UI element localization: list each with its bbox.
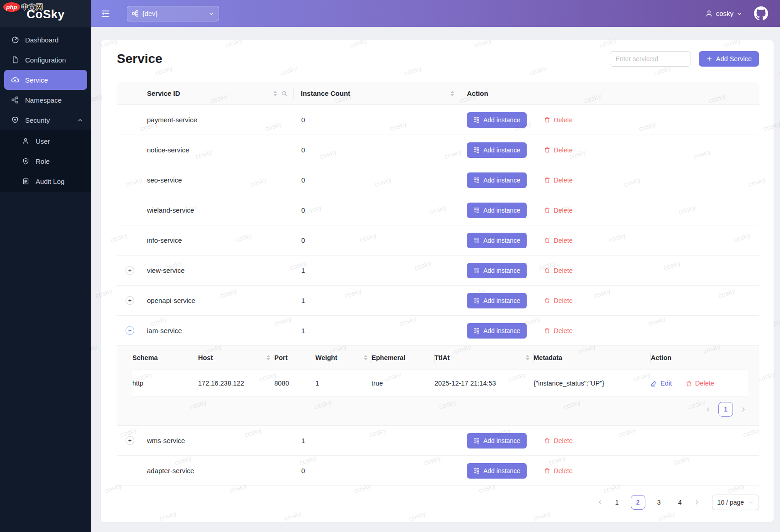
add-instance-button[interactable]: Add instance [467, 293, 527, 308]
add-instance-button[interactable]: Add instance [467, 142, 527, 158]
sort-icon[interactable] [273, 91, 277, 96]
namespace-select[interactable]: {dev} [127, 6, 219, 21]
user-menu[interactable]: cosky [705, 10, 742, 17]
search-icon[interactable] [281, 90, 288, 97]
instance-ttlat: 2025-12-17 21:14:53 [434, 380, 534, 387]
add-service-button[interactable]: Add Service [699, 51, 759, 67]
service-search-input[interactable] [610, 51, 691, 67]
column-weight[interactable]: Weight [315, 351, 372, 365]
instance-schema: http [132, 380, 198, 387]
sidebar-item-namespace[interactable]: Namespace [4, 90, 87, 110]
appstore-add-icon [473, 207, 480, 214]
chevron-up-icon [78, 118, 83, 123]
delete-service-button[interactable]: Delete [544, 116, 573, 124]
delete-service-button[interactable]: Delete [544, 327, 573, 334]
sort-icon[interactable] [364, 355, 367, 360]
sidebar-item-configuration[interactable]: Configuration [4, 50, 87, 70]
add-instance-button[interactable]: Add instance [467, 263, 527, 278]
delete-service-button[interactable]: Delete [544, 207, 573, 214]
instance-metadata: {"instance_status":"UP"} [534, 380, 651, 387]
service-table-row: − iam-service 1 Add instance Delete [117, 316, 759, 346]
cluster-icon [11, 96, 19, 104]
column-host[interactable]: Host [198, 351, 274, 365]
delete-service-button[interactable]: Delete [544, 146, 573, 154]
delete-service-button[interactable]: Delete [544, 437, 573, 444]
expand-toggle[interactable]: + [126, 266, 134, 275]
instance-page-button-1-active[interactable]: 1 [718, 402, 733, 417]
cloud-server-icon [11, 76, 19, 84]
column-instance-action: Action [651, 351, 748, 365]
add-instance-button[interactable]: Add instance [467, 463, 527, 479]
expand-toggle[interactable]: + [126, 296, 134, 305]
expand-toggle[interactable]: + [126, 436, 134, 445]
next-page-icon[interactable] [694, 499, 700, 506]
appstore-add-icon [473, 177, 480, 183]
plus-icon [706, 56, 712, 62]
page-button-3[interactable]: 3 [652, 495, 666, 510]
sidebar-item-role[interactable]: Role [0, 151, 91, 171]
sidebar-item-service[interactable]: Service [4, 70, 87, 90]
add-instance-button[interactable]: Add instance [467, 203, 527, 218]
user-icon [705, 10, 713, 17]
page-button-1[interactable]: 1 [610, 495, 624, 510]
main-content: Service Add Service Service ID [91, 27, 780, 532]
sidebar-item-security[interactable]: Security [4, 110, 87, 130]
php-logo-badge: php [3, 2, 20, 12]
appstore-add-icon [473, 237, 480, 244]
github-icon[interactable] [754, 6, 768, 21]
service-id: view-service [140, 266, 294, 274]
sort-icon[interactable] [267, 355, 270, 360]
sidebar-item-audit-log[interactable]: Audit Log [0, 171, 91, 191]
chevron-down-icon [737, 11, 742, 16]
page-button-4[interactable]: 4 [673, 495, 687, 510]
column-service-id[interactable]: Service ID [117, 82, 294, 104]
delete-service-button[interactable]: Delete [544, 177, 573, 184]
sidebar: php 中文网 CoSky Dashboard Configuration [0, 0, 91, 532]
page-size-select[interactable]: 10 / page [712, 495, 759, 510]
instance-host: 172.16.238.122 [198, 380, 274, 387]
trash-icon [544, 207, 550, 214]
sort-icon[interactable] [450, 91, 454, 96]
add-instance-button[interactable]: Add instance [467, 323, 527, 339]
service-id: openapi-service [140, 297, 294, 304]
instance-count: 1 [294, 266, 458, 274]
instance-port: 8080 [274, 380, 315, 387]
audit-log-icon [21, 178, 30, 185]
service-rows: + payment-service 0 Add instance Delete [117, 105, 759, 486]
service-id: notice-service [140, 146, 294, 154]
delete-instance-button[interactable]: Delete [686, 380, 714, 387]
column-instance-count[interactable]: Instance Count [294, 82, 458, 104]
service-table-header: Service ID Instance Count Action [117, 82, 759, 105]
add-instance-button[interactable]: Add instance [467, 172, 527, 188]
shield-icon [11, 116, 19, 124]
trash-icon [544, 437, 550, 444]
page-button-2-active[interactable]: 2 [631, 495, 645, 510]
sidebar-item-user[interactable]: User [0, 131, 91, 151]
add-instance-button[interactable]: Add instance [467, 233, 527, 248]
delete-service-button[interactable]: Delete [544, 467, 573, 475]
expand-toggle[interactable]: − [126, 326, 134, 335]
prev-page-icon[interactable] [705, 407, 711, 412]
delete-service-button[interactable]: Delete [544, 237, 573, 244]
edit-instance-button[interactable]: Edit [651, 380, 672, 387]
delete-service-button[interactable]: Delete [544, 297, 573, 304]
service-id: payment-service [140, 116, 294, 124]
service-table-row: + wms-service 1 Add instance Delete [117, 426, 759, 456]
sidebar-item-dashboard[interactable]: Dashboard [4, 30, 87, 50]
column-ttlat[interactable]: TtlAt [434, 351, 534, 365]
edit-pen-icon [651, 380, 657, 386]
next-page-icon[interactable] [740, 407, 746, 412]
prev-page-icon[interactable] [597, 499, 603, 506]
sort-icon[interactable] [526, 355, 529, 360]
instance-count: 0 [294, 236, 458, 244]
appstore-add-icon [473, 328, 480, 334]
instance-count: 0 [294, 146, 458, 154]
delete-service-button[interactable]: Delete [544, 267, 573, 274]
service-table-row: + seo-service 0 Add instance Delete [117, 165, 759, 195]
menu-fold-icon[interactable] [98, 6, 113, 21]
service-table-row: + view-service 1 Add instance Delete [117, 256, 759, 286]
add-instance-button[interactable]: Add instance [467, 433, 527, 449]
pagination: 1 2 3 4 10 / page [117, 486, 759, 519]
column-metadata: Metadata [534, 351, 651, 365]
add-instance-button[interactable]: Add instance [467, 112, 527, 128]
